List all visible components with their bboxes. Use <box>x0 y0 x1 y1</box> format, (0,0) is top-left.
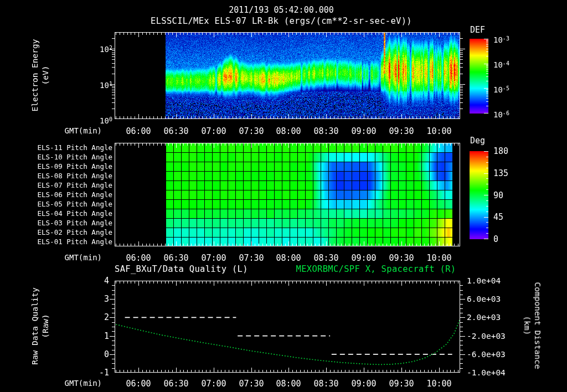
quality-axis-tick-label: 2 <box>104 313 109 322</box>
gmt-axis-label-bottom: GMT(min) <box>55 379 102 388</box>
time-tick-label: 09:30 <box>386 126 416 136</box>
distance-axis-title-line1: Component Distance <box>532 282 543 369</box>
quality-axis-title-line1: Raw Data Quality <box>30 287 40 365</box>
distance-axis-tick-label: -2.0e+03 <box>467 332 506 341</box>
time-tick-label: 07:30 <box>236 126 266 136</box>
deg-colorbar-tick-label: 135 <box>493 169 508 178</box>
pitch-row-label: ELS-07 Pitch Angle <box>33 180 112 190</box>
spacecraft-series-title: MEXORBMC/SPF X, Spacecraft (R) <box>293 264 459 274</box>
def-colorbar-tick-label: 10-6 <box>493 109 509 118</box>
quality-axis-tick-label: 1 <box>104 332 109 341</box>
pitch-row-labels: ELS-11 Pitch AngleELS-10 Pitch AngleELS-… <box>33 143 112 246</box>
distance-axis-tick-label: -6.0e+03 <box>467 350 506 359</box>
distance-axis-title-line2: (km) <box>522 282 532 369</box>
deg-colorbar-tick-label: 0 <box>493 235 508 244</box>
quality-axis-tick-label: 0 <box>104 350 109 359</box>
time-tick-labels-middle: 06:0006:3007:0007:3008:0008:3009:0009:30… <box>115 253 460 262</box>
time-tick-label: 08:30 <box>311 253 341 263</box>
time-tick-labels-top: 06:0006:3007:0007:3008:0008:3009:0009:30… <box>115 126 460 135</box>
time-tick-label: 09:30 <box>386 379 416 389</box>
def-colorbar-tick-label: 10-3 <box>493 34 509 43</box>
distance-axis-tick-label: 2.0e+03 <box>467 313 506 322</box>
time-tick-label: 07:30 <box>236 379 266 389</box>
time-tick-label: 06:30 <box>161 253 191 263</box>
plot-title: ELSSCIL/MEx ELS-07 LR-Bk (ergs/(cm**2-sr… <box>109 16 454 26</box>
distance-axis-tick-label: -1.0e+04 <box>467 368 506 377</box>
energy-axis-ticks: 102101100 <box>73 44 112 124</box>
distance-axis-tick-label: 1.0e+04 <box>467 276 506 285</box>
time-tick-label: 06:30 <box>161 126 191 136</box>
time-tick-labels-bottom: 06:0006:3007:0007:3008:0008:3009:0009:30… <box>115 379 460 388</box>
time-tick-label: 07:30 <box>236 253 266 263</box>
date-title: 2011/193 05:42:00.000 <box>109 5 454 15</box>
gmt-axis-label-top: GMT(min) <box>55 126 102 135</box>
pitch-row-label: ELS-03 Pitch Angle <box>33 218 112 228</box>
time-tick-label: 10:00 <box>424 253 454 263</box>
energy-axis-title-line1: Electron Energy <box>30 39 40 112</box>
time-tick-label: 07:00 <box>199 379 229 389</box>
time-tick-label: 07:00 <box>199 253 229 263</box>
def-colorbar-title: DEF <box>470 25 485 35</box>
els-science-plot-page: { "header": { "date_title": "2011/193 05… <box>0 0 567 392</box>
deg-colorbar-tick-label: 90 <box>493 191 508 200</box>
energy-axis-tick-label: 100 <box>100 115 112 124</box>
pitch-row-label: ELS-09 Pitch Angle <box>33 162 112 171</box>
deg-colorbar-tick-label: 180 <box>493 147 508 156</box>
time-tick-label: 08:00 <box>274 253 303 263</box>
time-tick-label: 06:00 <box>123 126 153 136</box>
gmt-axis-label-middle: GMT(min) <box>55 253 102 262</box>
time-tick-label: 09:00 <box>349 126 379 136</box>
pitch-row-label: ELS-08 Pitch Angle <box>33 171 112 180</box>
deg-colorbar-ticks: 18013590450 <box>493 147 508 244</box>
pitch-row-label: ELS-10 Pitch Angle <box>33 152 112 162</box>
quality-series-title: SAF_BXuT/Data Quality (L) <box>115 264 248 274</box>
time-tick-label: 09:30 <box>386 253 416 263</box>
time-tick-label: 08:00 <box>274 379 303 389</box>
def-colorbar-tick-label: 10-5 <box>493 84 509 93</box>
quality-axis-tick-label: 4 <box>104 276 109 285</box>
energy-axis-tick-label: 102 <box>100 44 112 53</box>
distance-axis-tick-label: 6.0e+03 <box>467 295 506 303</box>
quality-axis-title-line2: (Raw) <box>40 287 51 365</box>
time-tick-label: 06:00 <box>123 379 153 389</box>
quality-axis-title: Raw Data Quality (Raw) <box>30 287 51 365</box>
time-tick-label: 09:00 <box>349 253 379 263</box>
distance-axis-title: Component Distance (km) <box>522 282 543 369</box>
time-tick-label: 06:00 <box>123 253 153 263</box>
quality-axis-ticks: 43210-1 <box>73 276 109 377</box>
time-tick-label: 07:00 <box>199 126 229 136</box>
pitch-row-label: ELS-05 Pitch Angle <box>33 199 112 209</box>
deg-colorbar-title: Deg <box>470 136 485 146</box>
pitch-row-label: ELS-02 Pitch Angle <box>33 228 112 237</box>
pitch-row-label: ELS-04 Pitch Angle <box>33 209 112 218</box>
pitch-row-label: ELS-11 Pitch Angle <box>33 143 112 152</box>
def-colorbar-ticks: 10-310-410-510-6 <box>493 34 509 118</box>
distance-axis-ticks: 1.0e+046.0e+032.0e+03-2.0e+03-6.0e+03-1.… <box>467 276 506 377</box>
pitch-row-label: ELS-01 Pitch Angle <box>33 237 112 246</box>
energy-axis-tick-label: 101 <box>100 80 112 89</box>
quality-axis-tick-label: -1 <box>99 368 109 377</box>
pitch-row-label: ELS-06 Pitch Angle <box>33 190 112 199</box>
def-colorbar-tick-label: 10-4 <box>493 59 509 68</box>
energy-axis-title-line2: (eV) <box>40 39 51 112</box>
energy-axis-title: Electron Energy (eV) <box>30 39 51 112</box>
time-tick-label: 09:00 <box>349 379 379 389</box>
quality-axis-tick-label: 3 <box>104 295 109 303</box>
time-tick-label: 08:00 <box>274 126 303 136</box>
time-tick-label: 06:30 <box>161 379 191 389</box>
time-tick-label: 10:00 <box>424 126 454 136</box>
time-tick-label: 10:00 <box>424 379 454 389</box>
deg-colorbar-tick-label: 45 <box>493 213 508 221</box>
time-tick-label: 08:30 <box>311 126 341 136</box>
time-tick-label: 08:30 <box>311 379 341 389</box>
